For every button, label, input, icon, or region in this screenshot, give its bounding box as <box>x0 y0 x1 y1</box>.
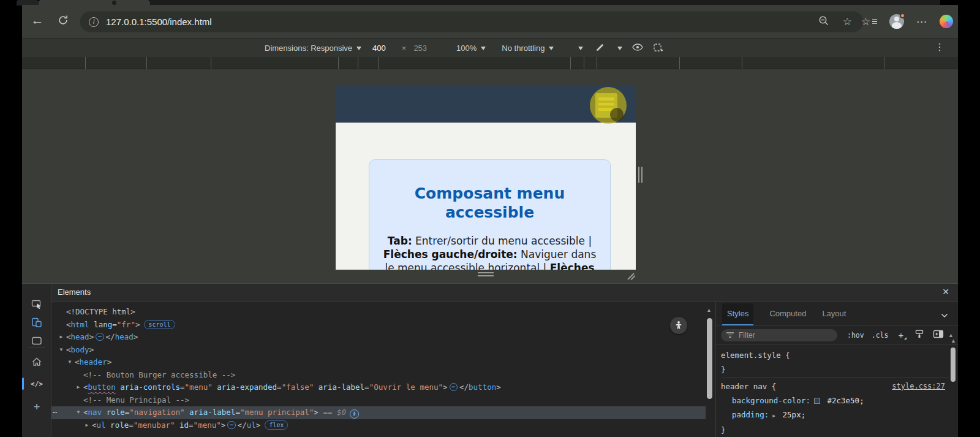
panel-layout-icon[interactable] <box>933 330 944 341</box>
row-gutter-dots[interactable]: ⋯ <box>53 406 58 419</box>
zoom-select[interactable]: 100% <box>456 44 486 53</box>
viewport-resize-handle-corner[interactable] <box>626 270 637 281</box>
site-info-icon[interactable]: i <box>89 17 99 27</box>
expand-arrow-right-icon[interactable]: ▶ <box>83 419 91 432</box>
refresh-icon[interactable] <box>56 15 70 28</box>
val-token: "Ouvrir le menu" <box>369 382 443 392</box>
zoom-out-icon[interactable] <box>818 15 829 29</box>
expand-arrow-right-icon[interactable]: ▶ <box>75 381 82 394</box>
chevron-down-icon[interactable] <box>578 47 583 50</box>
dom-tree: <!DOCTYPE html><html lang="fr">scroll▶<h… <box>51 302 706 437</box>
punc-token: > <box>496 382 501 392</box>
chevron-down-icon[interactable] <box>941 310 948 321</box>
scrollbar-thumb[interactable] <box>951 348 956 382</box>
punc-token: = <box>129 420 134 430</box>
css-selector[interactable]: header nav { <box>721 379 776 393</box>
dom-tree-row[interactable]: ▼<header> <box>51 356 706 369</box>
browser-menu-icon[interactable]: ⋯ <box>916 15 927 28</box>
window-icon[interactable] <box>22 333 51 349</box>
viewport-resize-handle-right[interactable] <box>638 167 643 183</box>
punc-token: </ <box>238 420 247 430</box>
css-rule-close: } <box>721 362 949 376</box>
media-query-ruler[interactable] <box>22 57 958 69</box>
rendering-brush-icon[interactable] <box>914 329 924 341</box>
touch-pen-icon[interactable] <box>595 42 605 54</box>
flex-badge[interactable]: flex <box>265 420 288 430</box>
tab-elements-activity[interactable]: </> <box>22 376 51 392</box>
attr-token: role <box>106 420 129 430</box>
more-tools-icon[interactable]: + <box>22 399 51 415</box>
address-bar[interactable]: i 127.0.0.1:5500/index.html ☆ <box>80 11 864 32</box>
scroll-up-icon[interactable]: ▲ <box>706 307 712 313</box>
tab-elements[interactable]: Elements <box>58 287 91 297</box>
inline-expand-icon[interactable]: ⋯ <box>227 421 235 429</box>
tab-layout[interactable]: Layout <box>822 303 846 325</box>
device-toolbar-menu-icon[interactable]: ⋮ <box>935 41 944 53</box>
viewport-height-input[interactable]: 253 <box>413 44 427 53</box>
new-style-rule-icon[interactable]: + <box>898 330 903 340</box>
chevron-down-icon[interactable] <box>617 47 622 50</box>
scroll-badge[interactable]: scroll <box>144 320 175 329</box>
expand-arrow-down-icon[interactable]: ▼ <box>58 344 65 357</box>
expand-arrow-right-icon[interactable]: ▶ <box>58 331 65 344</box>
toggle-hover-state-button[interactable]: :hov <box>847 331 864 340</box>
punc-token: > <box>443 382 448 392</box>
expand-shorthand-icon[interactable]: ▶ <box>772 413 775 419</box>
home-icon[interactable] <box>22 354 51 370</box>
elements-scrollbar[interactable]: ▲ <box>706 302 714 437</box>
chevron-down-icon <box>481 47 486 50</box>
dimensions-multiply: × <box>402 44 407 53</box>
dollar-token: $0 <box>337 408 346 417</box>
styles-tabs: StylesComputedLayout <box>716 303 959 325</box>
favorite-star-icon[interactable]: ☆ <box>843 15 852 28</box>
scrollbar-thumb[interactable] <box>707 318 712 399</box>
eye-icon[interactable] <box>632 44 643 53</box>
dom-tree-row[interactable]: ▶<button aria-controls="menu" aria-expan… <box>51 381 706 394</box>
inline-expand-icon[interactable]: ⋯ <box>96 333 104 341</box>
dom-tree-row[interactable]: ⋯▼<nav role="navigation" aria-label="men… <box>51 406 706 419</box>
css-property[interactable]: padding:▶ 25px; <box>721 408 949 423</box>
accessibility-helper-icon[interactable] <box>670 317 687 334</box>
back-icon[interactable]: ← <box>31 13 44 27</box>
css-property[interactable]: background-color: #2c3e50; <box>721 393 949 408</box>
punc-token: = <box>112 320 117 329</box>
device-type-select[interactable]: Dimensions: Responsive <box>265 44 361 53</box>
tab-computed[interactable]: Computed <box>769 303 806 325</box>
favorites-bar-icon[interactable]: ☆ <box>861 15 877 28</box>
dom-tree-row[interactable]: <html lang="fr">scroll <box>51 319 706 332</box>
device-emulation-icon[interactable] <box>22 314 51 330</box>
tag-token: head <box>115 332 134 341</box>
punc-token: < <box>92 420 97 430</box>
styles-scrollbar[interactable]: ▲ <box>950 329 957 437</box>
inspect-element-icon[interactable] <box>22 296 51 312</box>
tab-styles[interactable]: Styles <box>722 303 753 325</box>
tag-token: html <box>71 320 89 329</box>
throttling-select[interactable]: No throttling <box>502 44 554 53</box>
dom-tree-row[interactable]: ▶<head>⋯</head> <box>51 331 706 344</box>
expand-arrow-down-icon[interactable]: ▼ <box>75 406 82 419</box>
inline-expand-icon[interactable]: ⋯ <box>450 383 458 391</box>
close-icon[interactable]: ✕ <box>942 287 949 297</box>
tag-token: nav <box>88 408 102 417</box>
dom-tree-row[interactable]: <!-- Menu Principal --> <box>51 394 706 407</box>
dom-tree-row[interactable]: ▶<ul role="menubar" id="menu">⋯</ul>flex <box>51 419 706 432</box>
expand-arrow-down-icon[interactable]: ▼ <box>66 356 74 369</box>
attr-token: id <box>175 420 189 430</box>
dom-tree-row[interactable]: ▼<body> <box>51 344 706 357</box>
scroll-up-icon[interactable]: ▲ <box>951 338 956 344</box>
copilot-icon[interactable] <box>940 15 953 28</box>
dimensions-label: Dimensions: Responsive <box>265 44 352 53</box>
accessibility-adorner-icon[interactable] <box>350 409 359 419</box>
viewport-width-input[interactable]: 400 <box>372 44 386 53</box>
profile-avatar[interactable] <box>889 14 904 29</box>
viewport-resize-handle-bottom[interactable] <box>478 272 494 277</box>
dom-tree-row[interactable]: <!DOCTYPE html> <box>51 306 706 319</box>
dom-tree-row[interactable]: <!-- Bouton Burger accessible --> <box>51 369 706 382</box>
stylesheet-link[interactable]: style.css:27 <box>892 379 945 393</box>
styles-filter-input[interactable]: Filter <box>721 329 837 341</box>
toggle-classes-button[interactable]: .cls <box>872 331 889 340</box>
color-swatch[interactable] <box>814 398 820 404</box>
device-frame-icon[interactable] <box>653 43 663 54</box>
css-selector[interactable]: element.style { <box>721 348 790 362</box>
tag-token: button <box>469 382 496 392</box>
